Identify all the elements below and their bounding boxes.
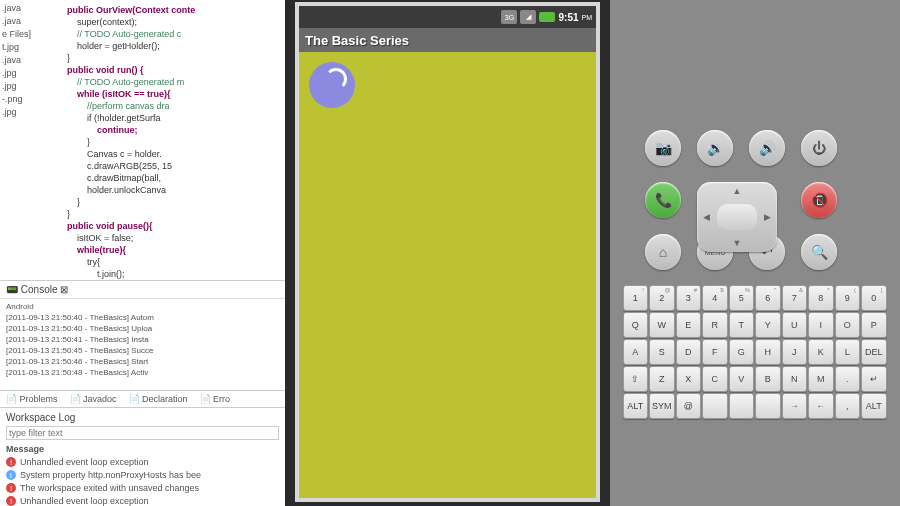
key-del[interactable]: DEL — [861, 339, 887, 365]
key-r[interactable]: R — [702, 312, 728, 338]
code-line[interactable]: } — [67, 136, 283, 148]
key-a[interactable]: A — [623, 339, 649, 365]
code-line[interactable]: } — [67, 52, 283, 64]
key-h[interactable]: H — [755, 339, 781, 365]
key-7[interactable]: 7& — [782, 285, 808, 311]
home-icon[interactable]: ⌂ — [645, 234, 681, 270]
key-0[interactable]: 0) — [861, 285, 887, 311]
key-q[interactable]: Q — [623, 312, 649, 338]
key-c[interactable]: C — [702, 366, 728, 392]
key-t[interactable]: T — [729, 312, 755, 338]
dpad[interactable]: ▲▼◀▶ — [697, 182, 777, 252]
key-z[interactable]: Z — [649, 366, 675, 392]
key-@[interactable]: @ — [676, 393, 702, 419]
key-p[interactable]: P — [861, 312, 887, 338]
code-line[interactable]: isItOK = false; — [67, 232, 283, 244]
emulator-screen[interactable]: 3G ◢ 9:51 PM The Basic Series — [295, 2, 600, 502]
tab-javadoc[interactable]: 📄 Javadoc — [64, 394, 123, 404]
code-line[interactable]: holder.unlockCanva — [67, 184, 283, 196]
key-2[interactable]: 2@ — [649, 285, 675, 311]
code-line[interactable]: holder = getHolder(); — [67, 40, 283, 52]
tree-item[interactable]: t.jpg — [2, 41, 63, 54]
power-icon[interactable]: ⏻ — [801, 130, 837, 166]
code-line[interactable]: } — [67, 196, 283, 208]
key-1[interactable]: 1! — [623, 285, 649, 311]
key-space[interactable] — [729, 393, 755, 419]
tree-item[interactable]: -.png — [2, 93, 63, 106]
tab-declaration[interactable]: 📄 Declaration — [123, 394, 194, 404]
key-o[interactable]: O — [835, 312, 861, 338]
code-line[interactable]: public void run() { — [67, 64, 283, 76]
key-4[interactable]: 4$ — [702, 285, 728, 311]
tree-item[interactable]: e Files] — [2, 28, 63, 41]
key-5[interactable]: 5% — [729, 285, 755, 311]
key-k[interactable]: K — [808, 339, 834, 365]
code-line[interactable]: //perform canvas dra — [67, 100, 283, 112]
key-j[interactable]: J — [782, 339, 808, 365]
key-l[interactable]: L — [835, 339, 861, 365]
tree-item[interactable]: .jpg — [2, 67, 63, 80]
log-row[interactable]: iSystem property http.nonProxyHosts has … — [6, 469, 279, 481]
vol-down-icon[interactable]: 🔉 — [697, 130, 733, 166]
code-line[interactable]: } — [67, 208, 283, 220]
code-line[interactable]: c.drawARGB(255, 15 — [67, 160, 283, 172]
tree-item[interactable]: .java — [2, 54, 63, 67]
key-s[interactable]: S — [649, 339, 675, 365]
key-v[interactable]: V — [729, 366, 755, 392]
key-6[interactable]: 6^ — [755, 285, 781, 311]
key-alt[interactable]: ALT — [861, 393, 887, 419]
key-←[interactable]: ← — [808, 393, 834, 419]
dpad-right-icon[interactable]: ▶ — [764, 212, 771, 222]
tab-problems[interactable]: 📄 Problems — [0, 394, 64, 404]
code-line[interactable]: while(true){ — [67, 244, 283, 256]
code-line[interactable]: continue; — [67, 124, 283, 136]
code-line[interactable]: Canvas c = holder. — [67, 148, 283, 160]
key-alt[interactable]: ALT — [623, 393, 649, 419]
tree-item[interactable]: .jpg — [2, 106, 63, 119]
code-line[interactable]: // TODO Auto-generated m — [67, 76, 283, 88]
log-row[interactable]: !Unhandled event loop exception — [6, 495, 279, 506]
key-→[interactable]: → — [782, 393, 808, 419]
key-.[interactable]: . — [835, 366, 861, 392]
key-e[interactable]: E — [676, 312, 702, 338]
log-row[interactable]: !Unhandled event loop exception — [6, 456, 279, 468]
vol-up-icon[interactable]: 🔊 — [749, 130, 785, 166]
key-i[interactable]: I — [808, 312, 834, 338]
end-call-button[interactable]: 📵 — [801, 182, 837, 218]
tree-item[interactable]: .java — [2, 2, 63, 15]
dpad-left-icon[interactable]: ◀ — [703, 212, 710, 222]
code-line[interactable]: if (!holder.getSurfa — [67, 112, 283, 124]
key-sym[interactable]: SYM — [649, 393, 675, 419]
key-↵[interactable]: ↵ — [861, 366, 887, 392]
code-line[interactable]: super(context); — [67, 16, 283, 28]
key-⇧[interactable]: ⇧ — [623, 366, 649, 392]
key-d[interactable]: D — [676, 339, 702, 365]
key-space[interactable] — [702, 393, 728, 419]
key-,[interactable]: , — [835, 393, 861, 419]
tree-item[interactable]: .jpg — [2, 80, 63, 93]
call-button[interactable]: 📞 — [645, 182, 681, 218]
camera-icon[interactable]: 📷 — [645, 130, 681, 166]
dpad-up-icon[interactable]: ▲ — [733, 186, 742, 196]
key-b[interactable]: B — [755, 366, 781, 392]
code-editor[interactable]: public OurView(Context conte super(conte… — [65, 0, 285, 280]
code-line[interactable]: try{ — [67, 256, 283, 268]
log-row[interactable]: !The workspace exited with unsaved chang… — [6, 482, 279, 494]
key-n[interactable]: N — [782, 366, 808, 392]
code-line[interactable]: public void pause(){ — [67, 220, 283, 232]
key-x[interactable]: X — [676, 366, 702, 392]
dpad-down-icon[interactable]: ▼ — [733, 238, 742, 248]
code-line[interactable]: // TODO Auto-generated c — [67, 28, 283, 40]
tab-erro[interactable]: 📄 Erro — [194, 394, 237, 404]
code-line[interactable]: c.drawBitmap(ball, — [67, 172, 283, 184]
key-m[interactable]: M — [808, 366, 834, 392]
key-u[interactable]: U — [782, 312, 808, 338]
key-8[interactable]: 8* — [808, 285, 834, 311]
key-y[interactable]: Y — [755, 312, 781, 338]
key-space[interactable] — [755, 393, 781, 419]
key-g[interactable]: G — [729, 339, 755, 365]
console-tab[interactable]: 📟 Console ⊠ — [0, 281, 285, 299]
dpad-center[interactable] — [717, 204, 757, 230]
project-tree[interactable]: .java.javae Files]t.jpg.java.jpg.jpg-.pn… — [0, 0, 65, 280]
key-3[interactable]: 3# — [676, 285, 702, 311]
